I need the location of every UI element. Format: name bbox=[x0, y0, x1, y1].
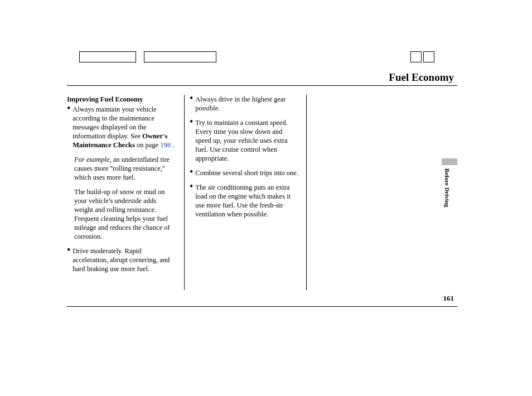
column-1: Improving Fuel Economy • Always maintain… bbox=[67, 95, 177, 279]
text-fragment: . bbox=[171, 141, 174, 149]
bullet-constant-speed: • Try to maintain a constant speed. Ever… bbox=[190, 118, 299, 163]
column-2: • Always drive in the highest gear possi… bbox=[190, 95, 299, 224]
bullet-body: Always drive in the highest gear possibl… bbox=[195, 95, 299, 113]
bullet-drive-moderately: • Drive moderately. Rapid acceleration, … bbox=[67, 247, 177, 273]
bullet-body: Combine several short trips into one. bbox=[195, 168, 299, 177]
title-rule bbox=[67, 85, 457, 86]
column-divider-1 bbox=[184, 95, 185, 290]
example-paragraph: For example, an underinflated tire cause… bbox=[74, 155, 177, 182]
bullet-body: Try to maintain a constant speed. Every … bbox=[195, 118, 299, 163]
header-square-2 bbox=[423, 51, 434, 62]
bullet-dot-icon: • bbox=[190, 183, 195, 219]
snow-mud-paragraph: The build-up of snow or mud on your vehi… bbox=[74, 187, 177, 241]
for-example-lead: For example, bbox=[74, 156, 112, 163]
section-heading: Improving Fuel Economy bbox=[67, 95, 177, 104]
bullet-body: Always maintain your vehicle according t… bbox=[72, 105, 177, 149]
bullet-highest-gear: • Always drive in the highest gear possi… bbox=[190, 95, 299, 113]
header-square-1 bbox=[410, 51, 422, 62]
bullet-dot-icon: • bbox=[190, 118, 195, 163]
bullet-dot-icon: • bbox=[190, 95, 195, 113]
page: Fuel Economy Improving Fuel Economy • Al… bbox=[0, 0, 532, 396]
bullet-combine-trips: • Combine several short trips into one. bbox=[190, 168, 299, 177]
section-tab-indicator bbox=[442, 158, 457, 165]
bottom-rule bbox=[67, 306, 457, 307]
bullet-maintain-vehicle: • Always maintain your vehicle according… bbox=[67, 105, 177, 149]
bullet-body: Drive moderately. Rapid acceleration, ab… bbox=[72, 247, 177, 273]
text-fragment: on page bbox=[135, 141, 160, 149]
section-tab-label: Before Driving bbox=[444, 168, 451, 207]
column-divider-2 bbox=[306, 95, 307, 290]
page-title: Fuel Economy bbox=[389, 71, 454, 84]
bullet-dot-icon: • bbox=[67, 105, 72, 149]
bullet-body: The air conditioning puts an extra load … bbox=[195, 183, 299, 219]
page-number: 161 bbox=[443, 294, 454, 303]
bullet-air-conditioning: • The air conditioning puts an extra loa… bbox=[190, 183, 299, 219]
page-link-198[interactable]: 198 bbox=[160, 141, 171, 149]
bullet-dot-icon: • bbox=[67, 247, 72, 273]
bullet-dot-icon: • bbox=[190, 168, 195, 177]
header-box-1 bbox=[79, 51, 136, 62]
header-box-2 bbox=[144, 51, 216, 62]
